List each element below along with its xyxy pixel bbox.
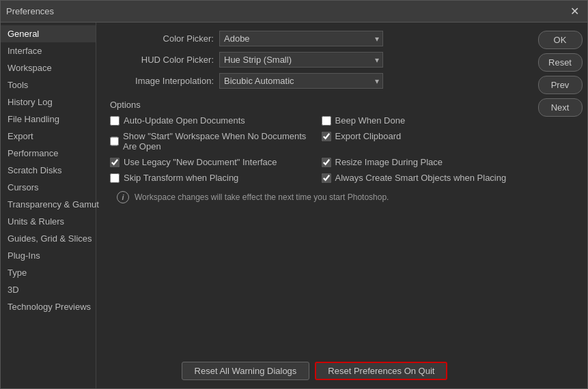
preferences-dialog: Preferences ✕ General Interface Workspac… xyxy=(0,0,588,389)
ok-button[interactable]: OK xyxy=(538,31,583,49)
checkbox-beep-row: Beep When Done xyxy=(322,114,520,127)
checkbox-resize-image-row: Resize Image During Place xyxy=(322,156,520,169)
reset-all-warning-button[interactable]: Reset All Warning Dialogs xyxy=(182,362,310,380)
sidebar-item-workspace[interactable]: Workspace xyxy=(1,59,96,76)
reset-preferences-button[interactable]: Reset Preferences On Quit xyxy=(315,362,447,380)
color-picker-row: Color Picker: Adobe Windows xyxy=(110,31,519,46)
sidebar-item-guides-grid-slices[interactable]: Guides, Grid & Slices xyxy=(1,230,96,247)
sidebar-item-interface[interactable]: Interface xyxy=(1,42,96,59)
options-grid: Auto-Update Open Documents Beep When Don… xyxy=(110,114,519,184)
checkbox-resize-image-label: Resize Image During Place xyxy=(335,157,443,167)
sidebar-item-cursors[interactable]: Cursors xyxy=(1,179,96,196)
checkbox-always-create[interactable] xyxy=(322,173,331,183)
checkbox-skip-transform[interactable] xyxy=(110,173,120,183)
checkbox-show-start[interactable] xyxy=(110,136,119,146)
sidebar-item-performance[interactable]: Performance xyxy=(1,145,96,162)
sidebar-item-type[interactable]: Type xyxy=(1,264,96,281)
hud-color-picker-row: HUD Color Picker: Hue Strip (Small) Hue … xyxy=(110,52,519,68)
sidebar-item-units-rulers[interactable]: Units & Rulers xyxy=(1,213,96,230)
checkbox-skip-transform-label: Skip Transform when Placing xyxy=(124,173,238,183)
sidebar-item-3d[interactable]: 3D xyxy=(1,281,96,298)
checkbox-always-create-label: Always Create Smart Objects when Placing xyxy=(335,173,507,183)
sidebar-item-scratch-disks[interactable]: Scratch Disks xyxy=(1,162,96,179)
checkbox-show-start-label: Show "Start" Workspace When No Documents… xyxy=(123,131,308,152)
sidebar-item-transparency-gamut[interactable]: Transparency & Gamut xyxy=(1,196,96,213)
dialog-body: General Interface Workspace Tools Histor… xyxy=(1,23,587,388)
prev-button[interactable]: Prev xyxy=(538,76,583,94)
checkbox-skip-transform-row: Skip Transform when Placing xyxy=(110,171,308,184)
image-interpolation-label: Image Interpolation: xyxy=(110,76,219,86)
action-buttons-row: Reset All Warning Dialogs Reset Preferen… xyxy=(110,355,519,380)
image-interpolation-select-wrapper: Bicubic Automatic Nearest Neighbor Bilin… xyxy=(219,73,383,89)
sidebar-item-file-handling[interactable]: File Handling xyxy=(1,111,96,128)
image-interpolation-row: Image Interpolation: Bicubic Automatic N… xyxy=(110,73,519,89)
right-buttons-panel: OK Reset Prev Next xyxy=(533,23,587,388)
info-icon: i xyxy=(117,191,129,203)
sidebar-item-plug-ins[interactable]: Plug-Ins xyxy=(1,247,96,264)
color-picker-select-wrapper: Adobe Windows xyxy=(219,31,383,46)
options-section-label: Options xyxy=(110,100,519,110)
checkbox-auto-update-label: Auto-Update Open Documents xyxy=(124,115,245,126)
main-content: Color Picker: Adobe Windows HUD Color Pi… xyxy=(96,23,533,388)
sidebar-item-history-log[interactable]: History Log xyxy=(1,93,96,111)
title-bar: Preferences ✕ xyxy=(1,1,587,23)
checkbox-use-legacy-row: Use Legacy "New Document" Interface xyxy=(110,156,308,169)
hud-color-picker-select-wrapper: Hue Strip (Small) Hue Strip (Medium) Hue… xyxy=(219,52,383,68)
sidebar-item-export[interactable]: Export xyxy=(1,128,96,145)
checkbox-use-legacy[interactable] xyxy=(110,158,120,167)
info-text: Workspace changes will take effect the n… xyxy=(135,192,389,202)
checkbox-auto-update[interactable] xyxy=(110,116,120,126)
color-picker-label: Color Picker: xyxy=(110,33,219,44)
hud-color-picker-select[interactable]: Hue Strip (Small) Hue Strip (Medium) Hue… xyxy=(219,52,383,68)
color-picker-select[interactable]: Adobe Windows xyxy=(219,31,383,46)
dialog-title: Preferences xyxy=(6,6,54,16)
checkbox-use-legacy-label: Use Legacy "New Document" Interface xyxy=(124,157,277,167)
sidebar-item-general[interactable]: General xyxy=(1,25,96,42)
close-button[interactable]: ✕ xyxy=(568,5,582,18)
sidebar-item-technology-previews[interactable]: Technology Previews xyxy=(1,298,96,315)
image-interpolation-select[interactable]: Bicubic Automatic Nearest Neighbor Bilin… xyxy=(219,73,383,89)
checkbox-export-clipboard-row: Export Clipboard xyxy=(322,130,520,153)
sidebar: General Interface Workspace Tools Histor… xyxy=(1,23,96,388)
checkbox-beep[interactable] xyxy=(322,116,331,126)
checkbox-resize-image[interactable] xyxy=(322,158,331,167)
checkbox-beep-label: Beep When Done xyxy=(335,115,406,126)
checkbox-export-clipboard-label: Export Clipboard xyxy=(335,131,402,141)
next-button[interactable]: Next xyxy=(538,98,583,117)
sidebar-item-tools[interactable]: Tools xyxy=(1,76,96,93)
info-row: i Workspace changes will take effect the… xyxy=(110,191,519,203)
checkbox-always-create-row: Always Create Smart Objects when Placing xyxy=(322,171,520,184)
checkbox-auto-update-row: Auto-Update Open Documents xyxy=(110,114,308,127)
hud-color-picker-label: HUD Color Picker: xyxy=(110,55,219,65)
checkbox-export-clipboard[interactable] xyxy=(322,132,331,141)
reset-button[interactable]: Reset xyxy=(538,53,583,72)
checkbox-show-start-row: Show "Start" Workspace When No Documents… xyxy=(110,130,308,153)
